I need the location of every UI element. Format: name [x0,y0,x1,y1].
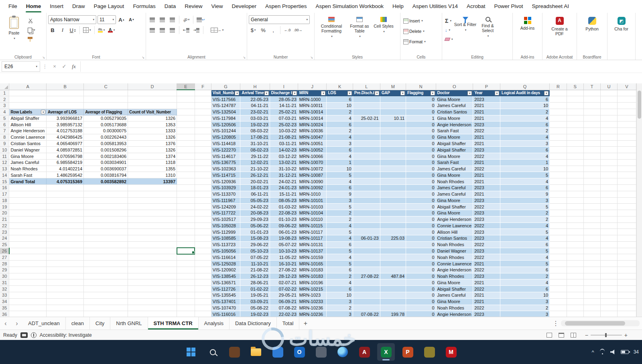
cell-V5[interactable] [618,115,636,121]
cell-L15[interactable] [353,178,380,185]
cell-K6[interactable]: 6 [327,121,353,128]
volume-muted-icon[interactable] [610,350,616,354]
cell-M5[interactable]: 10.11 [380,115,406,121]
cell-T26[interactable] [583,248,600,254]
cell-P14[interactable]: 2021 [473,172,500,178]
tray-overflow-chevron-icon[interactable]: ^ [592,349,594,355]
row-header-8[interactable]: 8 [0,134,9,140]
cell-B17[interactable] [47,191,84,197]
cell-V29[interactable] [618,267,636,273]
cell-J24[interactable]: MRN-10117 [298,235,327,242]
cell-N8[interactable]: 0 [406,134,436,140]
cell-U21[interactable] [600,216,617,222]
cell-F30[interactable] [195,273,211,279]
cell-T1[interactable] [583,90,600,96]
cell-A11[interactable]: Gina Moore [9,153,47,160]
cell-V17[interactable] [618,191,636,197]
cell-D9[interactable]: 1376 [128,140,177,147]
cell-R5[interactable] [550,115,567,121]
cell-Q28[interactable]: 5 [500,261,549,267]
cell-D5[interactable]: 1326 [128,115,177,121]
cell-O15[interactable]: Noah Rhodes [436,178,473,185]
cell-I23[interactable]: 06-01-23 [270,229,298,235]
cell-I16[interactable]: 24-01-23 [270,184,298,191]
sheet-tab-clean[interactable]: clean [66,317,90,330]
cell-I8[interactable]: 21-08-21 [270,134,298,140]
cell-T14[interactable] [583,172,600,178]
cell-N9[interactable]: 0 [406,140,436,147]
cell-R32[interactable] [550,286,567,292]
cell-T30[interactable] [583,273,600,279]
cell-Q14[interactable]: 5 [500,172,549,178]
filter-button[interactable]: ▼ [347,91,352,95]
cell-Q8[interactable]: 4 [500,134,549,140]
cell-C24[interactable] [84,235,128,242]
column-header-E[interactable]: E [177,83,195,90]
cell-M23[interactable] [380,229,406,235]
cell-D1[interactable] [128,90,177,96]
cell-E25[interactable] [177,241,195,248]
cell-J33[interactable]: MRN-1023 [298,292,327,299]
cell-J4[interactable]: MRN-10014 [298,109,327,115]
cell-C32[interactable] [84,286,128,292]
cell-V9[interactable] [618,140,636,147]
cell-V33[interactable] [618,292,636,299]
cell-L32[interactable] [353,286,380,292]
cell-E2[interactable] [177,96,195,103]
column-header-T[interactable]: T [583,83,600,90]
cell-J36[interactable]: MRN-10236 [298,311,327,317]
cell-O26[interactable]: Daniel Wagner [436,248,473,254]
cell-C4[interactable]: Average of Flagging [84,109,128,115]
cell-F18[interactable] [195,197,211,204]
cell-U35[interactable] [600,305,617,311]
cell-F19[interactable] [195,204,211,210]
cell-S1[interactable] [567,90,583,96]
row-header-25[interactable]: 25 [0,241,9,248]
cell-B15[interactable]: 4.075315369 [47,178,84,185]
cell-V1[interactable] [618,90,636,96]
cell-V22[interactable] [618,222,636,229]
cell-D10[interactable]: 1326 [128,147,177,153]
cell-D25[interactable] [128,241,177,248]
cell-N23[interactable]: 0 [406,229,436,235]
cell-L29[interactable] [353,267,380,273]
cell-N19[interactable]: 0 [406,204,436,210]
cell-D20[interactable] [128,210,177,216]
zoom-in-button[interactable]: + [624,332,628,338]
cell-O14[interactable]: Gina Moore [436,172,473,178]
cell-B1[interactable] [47,90,84,96]
cell-V34[interactable] [618,298,636,305]
cell-H5[interactable]: 03-03-21 [240,115,270,121]
cell-D15[interactable]: 13397 [128,178,177,185]
cell-A25[interactable] [9,241,47,248]
cell-A26[interactable] [9,248,47,254]
cell-D7[interactable]: 1333 [128,128,177,134]
cell-U16[interactable] [600,184,617,191]
cell-T6[interactable] [583,121,600,128]
cell-D29[interactable] [128,267,177,273]
cell-S4[interactable] [567,109,583,115]
cell-A20[interactable] [9,210,47,216]
cell-K12[interactable]: 1 [327,159,353,166]
cell-O32[interactable]: Abigail Shaffer [436,286,473,292]
menu-tab-aspen-properties[interactable]: Aspen Properties [261,0,311,13]
column-header-Q[interactable]: Q [500,83,549,90]
cell-V10[interactable] [618,147,636,153]
cell-O25[interactable]: Noah Rhodes [436,241,473,248]
cell-V23[interactable] [618,229,636,235]
cell-G30[interactable]: VIS-138545 [211,273,240,279]
row-header-27[interactable]: 27 [0,254,9,261]
cell-R6[interactable] [550,121,567,128]
cell-H11[interactable]: 29-11-22 [240,153,270,160]
cell-R35[interactable] [550,305,567,311]
cell-I13[interactable]: 31-10-22 [270,166,298,172]
cell-T5[interactable] [583,115,600,121]
cell-H7[interactable]: 08-03-22 [240,128,270,134]
cell-U5[interactable] [600,115,617,121]
cell-B2[interactable] [47,96,84,103]
cell-U14[interactable] [600,172,617,178]
cell-U23[interactable] [600,229,617,235]
cell-J6[interactable]: MRN-10024 [298,121,327,128]
row-header-34[interactable]: 34 [0,298,9,305]
notes-app[interactable] [421,343,438,361]
